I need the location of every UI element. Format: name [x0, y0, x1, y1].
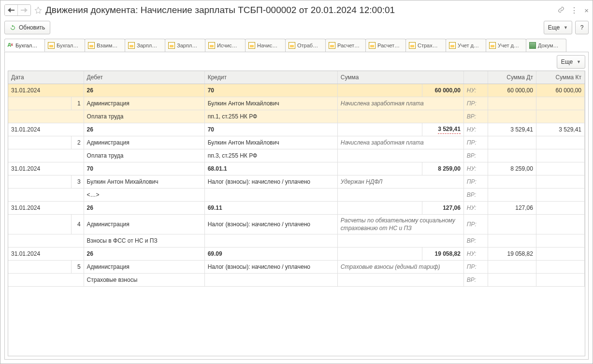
cell-tag-pr: ПР: — [463, 97, 488, 110]
tab-label: Зарпл… — [177, 43, 197, 48]
table-row[interactable]: Оплата трудапп.1, ст.255 НК РФВР: — [8, 110, 585, 123]
table-row[interactable]: 5АдминистрацияНалог (взносы): начислено … — [8, 261, 585, 274]
cell-tag-nu: НУ: — [463, 248, 488, 261]
cell-n: 4 — [71, 215, 84, 234]
cell-n: 1 — [71, 97, 84, 110]
cell-date: 31.01.2024 — [8, 162, 84, 175]
table-row[interactable]: <…>ВР: — [8, 189, 585, 202]
tab-10[interactable]: Страх… — [405, 39, 446, 52]
cell-tag-pr: ПР: — [463, 261, 488, 274]
cell-sum-dt: 8 259,00 — [488, 162, 536, 175]
cell-desc: Начислена заработная плата — [337, 136, 463, 149]
col-sum[interactable]: Сумма — [337, 71, 463, 84]
sheet-icon — [208, 42, 215, 49]
cell-tag-nu: НУ: — [463, 123, 488, 136]
col-debit[interactable]: Дебет — [84, 71, 204, 84]
table-row[interactable]: 31.01.20242669.11127,06НУ:127,06 — [8, 202, 585, 215]
dk-icon: Дк — [8, 43, 14, 48]
grid[interactable]: Дата Дебет Кредит Сумма Сумма Дт Сумма К… — [8, 71, 585, 356]
cell-debit-s1: Администрация — [84, 136, 204, 149]
cell-debit-s1: Администрация — [84, 97, 204, 110]
cell-desc: Расчеты по обязательному социальному стр… — [337, 215, 463, 234]
cell-debit-s2: Оплата труда — [84, 149, 204, 162]
tab-12[interactable]: Учет д… — [486, 39, 526, 52]
sheet-icon — [449, 42, 456, 49]
tab-9[interactable]: Расчет… — [365, 39, 406, 52]
tab-6[interactable]: Начис… — [245, 39, 286, 52]
tab-13[interactable]: Докум… — [526, 39, 566, 52]
sheet-icon — [168, 42, 175, 49]
table-row[interactable]: 31.01.20247068.01.18 259,00НУ:8 259,00 — [8, 162, 585, 175]
table-row[interactable]: 4АдминистрацияНалог (взносы): начислено … — [8, 215, 585, 234]
back-button[interactable] — [5, 5, 17, 15]
forward-button[interactable] — [17, 5, 30, 15]
close-icon[interactable]: × — [584, 6, 589, 15]
table-row[interactable]: Оплата трудапп.3, ст.255 НК РФВР: — [8, 149, 585, 162]
header-row: Дата Дебет Кредит Сумма Сумма Дт Сумма К… — [8, 71, 585, 84]
table-row[interactable]: 1АдминистрацияБулкин Антон МихайловичНач… — [8, 97, 585, 110]
sheet-icon — [128, 42, 135, 49]
col-date[interactable]: Дата — [8, 71, 84, 84]
tab-2[interactable]: Взаим… — [85, 39, 125, 52]
table-row[interactable]: 3Булкин Антон МихайловичНалог (взносы): … — [8, 175, 585, 189]
cell-date: 31.01.2024 — [8, 84, 84, 97]
tab-4[interactable]: Зарпл… — [165, 39, 205, 52]
cell-debit-acc: 26 — [84, 202, 204, 215]
tab-7[interactable]: Отраб… — [285, 39, 326, 52]
cell-credit-s2 — [204, 189, 337, 202]
titlebar: Движения документа: Начисление зарплаты … — [4, 3, 589, 17]
cell-sum-dt: 127,06 — [488, 202, 536, 215]
tab-label: Исчис… — [217, 43, 237, 48]
col-sum-dt[interactable]: Сумма Дт — [488, 71, 536, 84]
title-icons: ⋮ × — [558, 6, 589, 15]
tab-label: Взаим… — [97, 43, 117, 48]
cell-date: 31.01.2024 — [8, 123, 84, 136]
tab-label: Докум… — [538, 43, 559, 48]
cell-tag-pr: ПР: — [463, 136, 488, 149]
panel-toolbar: Еще▼ — [8, 55, 585, 69]
tab-8[interactable]: Расчет… — [325, 39, 366, 52]
cell-sum: 60 000,00 — [422, 84, 463, 97]
table-row[interactable]: 31.01.20242669.0919 058,82НУ:19 058,82 — [8, 248, 585, 261]
refresh-button[interactable]: Обновить — [4, 21, 50, 34]
table-row[interactable]: Взносы в ФСС от НС и ПЗВР: — [8, 234, 585, 248]
cell-sum-dt: 3 529,41 — [488, 123, 536, 136]
tab-3[interactable]: Зарпл… — [125, 39, 165, 52]
cell-credit-s1: Булкин Антон Михайлович — [204, 136, 337, 149]
table-row[interactable]: 31.01.202426703 529,41НУ:3 529,413 529,4… — [8, 123, 585, 136]
sheet-icon — [48, 42, 55, 49]
favorite-star-icon[interactable] — [34, 6, 43, 15]
panel-more-button[interactable]: Еще▼ — [557, 55, 585, 69]
table-row[interactable]: Страховые взносыВР: — [8, 274, 585, 287]
col-credit[interactable]: Кредит — [204, 71, 337, 84]
cell-credit-acc: 69.09 — [204, 248, 337, 261]
cell-sum-kt: 3 529,41 — [536, 123, 584, 136]
table-row[interactable]: 31.01.2024267060 000,00НУ:60 000,0060 00… — [8, 84, 585, 97]
cell-tag-vr: ВР: — [463, 189, 488, 202]
cell-desc: Удержан НДФЛ — [337, 175, 463, 189]
link-icon[interactable] — [558, 6, 564, 15]
tab-11[interactable]: Учет д… — [446, 39, 486, 52]
cell-tag-vr: ВР: — [463, 149, 488, 162]
cell-sum: 127,06 — [422, 202, 463, 215]
tab-label: Отраб… — [297, 43, 318, 48]
tab-0[interactable]: ДкБухгал… — [4, 39, 45, 52]
more-icon[interactable]: ⋮ — [570, 6, 579, 15]
col-sum-kt[interactable]: Сумма Кт — [536, 71, 584, 84]
cell-credit-acc: 68.01.1 — [204, 162, 337, 175]
more-button[interactable]: Еще▼ — [544, 21, 572, 34]
sheet-icon — [489, 42, 496, 49]
cell-debit-s2: Оплата труда — [84, 110, 204, 123]
cell-debit-acc: 26 — [84, 248, 204, 261]
tab-1[interactable]: Бухгал… — [44, 39, 85, 52]
cell-tag-vr: ВР: — [463, 274, 488, 287]
help-button[interactable]: ? — [575, 21, 589, 34]
cell-sum-kt — [536, 162, 584, 175]
col-tag[interactable] — [463, 71, 488, 84]
nav-buttons — [4, 4, 31, 16]
tab-5[interactable]: Исчис… — [205, 39, 246, 52]
tab-label: Учет д… — [498, 43, 519, 48]
tabs: ДкБухгал…Бухгал…Взаим…Зарпл…Зарпл…Исчис…… — [4, 38, 589, 52]
table-row[interactable]: 2АдминистрацияБулкин Антон МихайловичНач… — [8, 136, 585, 149]
cell-tag-pr: ПР: — [463, 215, 488, 234]
